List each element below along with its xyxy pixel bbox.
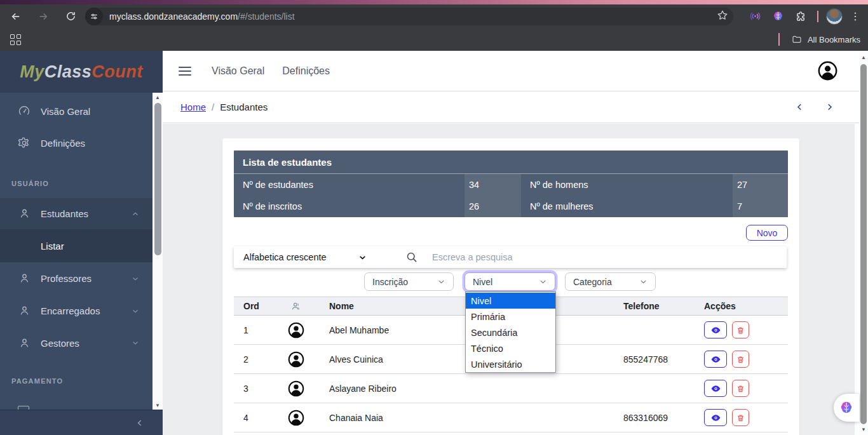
reload-button[interactable] (61, 7, 80, 26)
filter-label: Inscrição (372, 277, 408, 287)
nav-link-visao-geral[interactable]: Visão Geral (212, 65, 264, 77)
speedometer-icon (18, 105, 31, 117)
sidebar-item-definicoes[interactable]: Definições (0, 127, 153, 159)
page-scrollbar[interactable]: ▲ ▼ (859, 51, 868, 435)
dropdown-option-primaria[interactable]: Primária (466, 309, 555, 325)
dropdown-option-secundaria[interactable]: Secundária (466, 325, 555, 340)
top-navbar: Visão Geral Definições (163, 51, 868, 91)
sidebar-item-estudantes[interactable]: Estudantes (0, 198, 153, 229)
user-avatar[interactable] (818, 61, 837, 81)
person-icon (18, 272, 31, 285)
sidebar-scrollbar[interactable]: ▲ ▼ (153, 93, 163, 410)
apps-grid-icon[interactable] (10, 34, 21, 45)
stats-title: Lista de estudantes (234, 151, 788, 174)
view-student-button[interactable] (704, 321, 727, 338)
toolbar-separator (817, 11, 818, 22)
chevron-down-icon (131, 307, 140, 316)
view-student-button[interactable] (704, 380, 727, 397)
address-bar[interactable]: myclass.dondzaneacademy.com/#/students/l… (85, 8, 733, 25)
sidebar-item-listar[interactable]: Listar (0, 229, 153, 262)
chevron-down-icon (131, 338, 140, 347)
site-settings-icon[interactable] (85, 8, 103, 25)
back-arrow-icon (10, 11, 22, 22)
stat-label: Nº de estudantes (234, 174, 465, 196)
scroll-down-arrow[interactable]: ▼ (153, 401, 163, 410)
sidebar-item-gestores[interactable]: Gestores (0, 327, 153, 359)
new-student-button[interactable]: Novo (746, 225, 788, 241)
sidebar-section-usuario: USUÁRIO (0, 177, 153, 190)
filter-categoria-select[interactable]: Categoria (565, 272, 656, 291)
breadcrumb: Home / Estudantes (163, 91, 868, 123)
logo-my: My (20, 62, 44, 82)
sidebar-item-label: Definições (41, 138, 85, 149)
window-theme-strip (0, 0, 868, 4)
delete-student-button[interactable] (732, 351, 749, 368)
extensions-puzzle-icon[interactable] (792, 8, 810, 25)
nivel-dropdown-menu: Nivel Primária Secundária Técnico Univer… (465, 291, 556, 373)
hamburger-menu-icon[interactable] (179, 67, 191, 76)
page-scrollbar-thumb[interactable] (860, 64, 867, 424)
chevron-left-icon (135, 418, 145, 428)
breadcrumb-current: Estudantes (220, 102, 268, 112)
page-prev-button[interactable] (794, 102, 805, 112)
student-phone: 855247768 (606, 354, 688, 365)
stat-label: Nº de homens (521, 174, 733, 196)
delete-student-button[interactable] (732, 380, 749, 397)
delete-student-button[interactable] (732, 409, 749, 426)
filter-nivel-select[interactable]: Nivel (465, 272, 555, 291)
gear-icon (18, 137, 31, 149)
sidebar-item-professores[interactable]: Professores (0, 262, 153, 295)
all-bookmarks-button[interactable]: All Bookmarks (808, 35, 860, 44)
dropdown-option-universitario[interactable]: Universitário (466, 356, 555, 372)
dropdown-option-tecnico[interactable]: Técnico (466, 340, 555, 356)
student-name: Chanaia Naia (313, 413, 606, 423)
filter-inscricao-select[interactable]: Inscrição (364, 272, 454, 291)
student-name: Abel Muhambe (313, 325, 606, 335)
student-name: Alves Cuinica (313, 354, 606, 365)
student-avatar (278, 380, 313, 397)
filter-label: Nivel (473, 277, 492, 287)
sort-order-select[interactable]: Alfabetica crescente (243, 246, 370, 268)
url-text: myclass.dondzaneacademy.com/#/students/l… (109, 11, 712, 22)
view-student-button[interactable] (704, 409, 727, 426)
forward-button[interactable] (34, 7, 53, 26)
breadcrumb-home-link[interactable]: Home (180, 102, 206, 112)
stat-value: 27 (733, 174, 788, 196)
floating-brain-extension-button[interactable] (834, 394, 859, 422)
stat-label: Nº de inscritos (234, 196, 465, 217)
back-button[interactable] (6, 7, 25, 26)
sidebar-scrollbar-thumb[interactable] (154, 103, 161, 255)
students-stats-panel: Lista de estudantes Nº de estudantes 34 … (234, 151, 788, 217)
stat-value: 34 (465, 174, 521, 196)
dropdown-option-nivel[interactable]: Nivel (466, 293, 555, 309)
view-student-button[interactable] (704, 351, 727, 368)
browser-profile-avatar[interactable] (826, 8, 843, 25)
delete-student-button[interactable] (732, 321, 749, 338)
student-avatar (278, 322, 313, 338)
chevron-down-icon (437, 278, 445, 286)
scroll-up-arrow[interactable]: ▲ (153, 93, 163, 102)
extension-broadcast-icon[interactable] (746, 8, 764, 25)
filter-label: Categoria (573, 277, 612, 287)
sidebar-section-pagamento: PAGAMENTO (0, 375, 153, 387)
scroll-up-arrow[interactable]: ▲ (859, 53, 868, 62)
row-ord: 3 (234, 384, 278, 394)
browser-menu-icon[interactable]: ⋮ (849, 10, 862, 22)
sort-caret-icon (358, 253, 367, 264)
page-next-button[interactable] (824, 102, 835, 112)
logo-count: Count (92, 62, 142, 82)
sidebar-subitem-label: Listar (41, 241, 64, 251)
bookmark-star-icon[interactable] (717, 10, 728, 23)
extension-brain-icon[interactable] (769, 8, 787, 25)
sidebar: MyClassCount Visão Geral Definições USU (0, 51, 163, 435)
person-icon (18, 305, 31, 318)
sidebar-collapse-button[interactable] (0, 410, 163, 435)
table-row: 3 Aslayane Ribeiro (234, 374, 788, 403)
person-icon (18, 208, 31, 220)
nav-link-definicoes[interactable]: Definições (282, 65, 330, 77)
sidebar-item-visao-geral[interactable]: Visão Geral (0, 95, 153, 127)
scroll-down-arrow[interactable]: ▼ (859, 425, 868, 434)
search-input[interactable] (432, 248, 775, 266)
sidebar-item-encarregados[interactable]: Encarregados (0, 295, 153, 327)
app-logo[interactable]: MyClassCount (0, 51, 163, 93)
